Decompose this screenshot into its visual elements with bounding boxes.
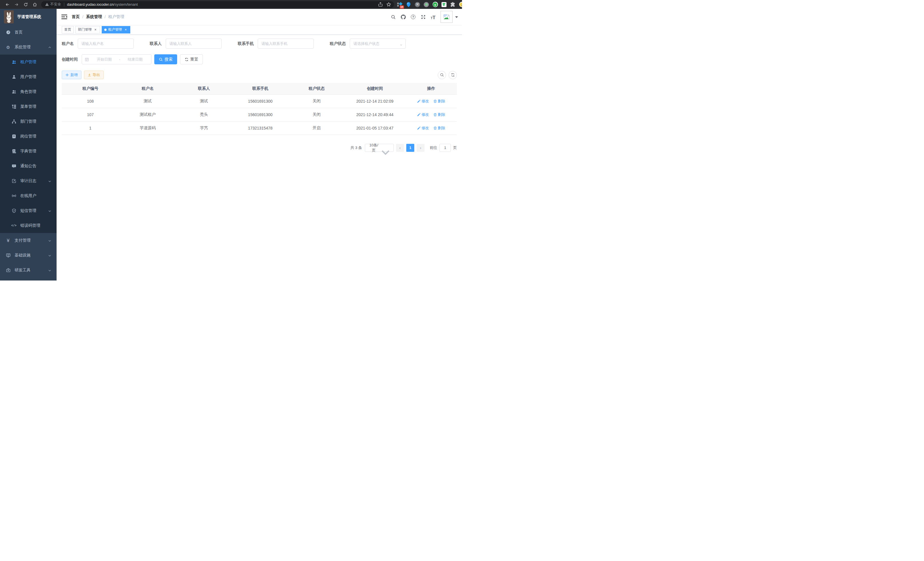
goto-page-input[interactable]	[440, 144, 451, 152]
next-page-button[interactable]: ›	[417, 144, 424, 152]
security-label[interactable]: 不安全	[50, 2, 61, 7]
sidebar-item-user-management[interactable]: 用户管理	[0, 69, 57, 84]
github-icon[interactable]	[400, 14, 406, 20]
page-1-button[interactable]: 1	[406, 144, 414, 152]
tab-dept-management[interactable]: 部门管理 ×	[75, 26, 100, 33]
tab-home[interactable]: 首页	[62, 26, 74, 33]
toolbox-icon	[6, 268, 10, 273]
add-button[interactable]: 新增	[62, 71, 81, 79]
sidebar-item-home[interactable]: 首页	[0, 25, 57, 40]
date-range-picker[interactable]: 开始日期 - 结束日期	[82, 54, 152, 64]
sidebar-item-label: 用户管理	[20, 74, 36, 80]
extension-y-icon[interactable]: y	[432, 2, 438, 8]
create-time-label: 创建时间	[62, 57, 78, 62]
delete-link[interactable]: 删除	[434, 99, 445, 104]
extension-recorder-icon[interactable]	[423, 2, 429, 8]
search-button[interactable]: 搜索	[154, 54, 177, 64]
sidebar-item-sms-management[interactable]: 短信管理	[0, 203, 57, 218]
edit-link[interactable]: 修改	[417, 112, 429, 117]
status-select[interactable]: 请选择租户状态	[350, 39, 406, 49]
create-time-field-group: 创建时间 开始日期 - 结束日期	[62, 54, 152, 64]
status-label: 租户状态	[330, 41, 346, 46]
sidebar-item-label: 短信管理	[20, 208, 36, 213]
browser-forward-icon[interactable]	[14, 2, 19, 7]
extension-balloon-icon[interactable]	[406, 2, 411, 8]
refresh-table-icon[interactable]	[448, 71, 457, 79]
start-date-placeholder[interactable]: 开始日期	[91, 57, 117, 62]
extension-tabs-icon[interactable]: 10	[397, 2, 403, 8]
browser-reload-icon[interactable]	[23, 2, 28, 7]
sidebar-item-payment-management[interactable]: ¥ 支付管理	[0, 233, 57, 248]
page-size-select[interactable]: 10条/页	[365, 144, 394, 152]
logo-area[interactable]: 芋道管理系统	[0, 9, 57, 25]
profile-emoji-icon[interactable]	[459, 2, 462, 8]
sidebar-item-label: 审计日志	[20, 178, 36, 183]
mobile-label: 联系手机	[238, 41, 254, 46]
share-icon[interactable]	[378, 2, 383, 7]
sidebar-collapse-icon[interactable]	[62, 14, 67, 20]
sidebar-item-infrastructure[interactable]: 基础设施	[0, 248, 57, 263]
delete-link[interactable]: 删除	[434, 126, 445, 131]
export-button[interactable]: 导出	[84, 71, 104, 79]
breadcrumb-home[interactable]: 首页	[72, 14, 80, 20]
avatar-caret-icon[interactable]	[455, 16, 458, 20]
header-search-icon[interactable]	[390, 14, 396, 20]
delete-link[interactable]: 删除	[434, 112, 445, 117]
cell-actions: 修改 删除	[405, 94, 457, 108]
col-tenant-name: 租户名	[119, 83, 177, 94]
sidebar-item-system-management[interactable]: ⚙ 系统管理	[0, 40, 57, 55]
prev-page-button[interactable]: ‹	[396, 144, 404, 152]
breadcrumb-section[interactable]: 系统管理	[86, 14, 102, 20]
sidebar-item-tenant-management[interactable]: 租户管理	[0, 55, 57, 69]
url-text[interactable]: dashboard.yudao.iocoder.cn/system/tenant	[67, 2, 138, 7]
help-icon[interactable]: ?	[410, 14, 416, 20]
trash-icon	[434, 126, 437, 130]
close-icon[interactable]: ×	[93, 28, 98, 32]
tab-tenant-management[interactable]: 租户管理 ×	[102, 26, 130, 33]
sidebar-item-dev-tools[interactable]: 研发工具	[0, 263, 57, 278]
reset-button[interactable]: 重置	[180, 54, 203, 64]
browser-back-icon[interactable]	[5, 2, 10, 7]
sidebar-item-label: 字典管理	[20, 149, 36, 154]
font-size-icon[interactable]: TT	[430, 14, 436, 20]
sidebar-item-post-management[interactable]: 岗位管理	[0, 129, 57, 144]
sidebar-item-dept-management[interactable]: 部门管理	[0, 114, 57, 129]
address-bar[interactable]: 不安全 dashboard.yudao.iocoder.cn/system/te…	[41, 1, 394, 8]
active-dot	[104, 29, 106, 31]
sidebar-item-audit-log[interactable]: 审计日志	[0, 174, 57, 188]
contact-input[interactable]	[166, 39, 222, 49]
hide-search-icon[interactable]	[438, 71, 446, 79]
cell-tenant-id: 1	[62, 121, 119, 135]
extension-command-icon[interactable]: ⌘	[415, 2, 420, 8]
edit-link[interactable]: 修改	[417, 99, 429, 104]
extension-chat-icon[interactable]	[441, 2, 447, 8]
avatar[interactable]	[441, 11, 453, 23]
sidebar-item-role-management[interactable]: 角色管理	[0, 84, 57, 99]
mobile-input[interactable]	[258, 39, 314, 49]
edit-link[interactable]: 修改	[417, 126, 429, 131]
refresh-icon	[184, 57, 189, 62]
fullscreen-icon[interactable]	[420, 14, 426, 20]
sidebar-item-error-code-management[interactable]: </> 错误码管理	[0, 218, 57, 233]
download-icon	[88, 73, 91, 77]
end-date-placeholder[interactable]: 结束日期	[122, 57, 148, 62]
breadcrumb: 首页 / 系统管理 / 租户管理	[72, 14, 124, 20]
cell-created: 2021-12-14 20:49:44	[344, 108, 405, 121]
tenant-name-label: 租户名	[62, 41, 74, 46]
close-icon[interactable]: ×	[124, 28, 128, 32]
tenant-name-input[interactable]	[78, 39, 134, 49]
browser-home-icon[interactable]	[32, 2, 38, 7]
breadcrumb-separator: /	[105, 15, 106, 19]
sidebar-item-menu-management[interactable]: 菜单管理	[0, 99, 57, 114]
cell-created: 2021-12-14 21:02:09	[344, 94, 405, 108]
extensions-row: 10 ⌘ y	[397, 2, 462, 8]
org-tree-icon	[11, 119, 16, 124]
contact-field-group: 联系人	[150, 39, 222, 49]
sidebar-item-notice[interactable]: 通知公告	[0, 159, 57, 174]
sidebar-item-dict-management[interactable]: 字典管理	[0, 144, 57, 159]
extensions-puzzle-icon[interactable]	[450, 2, 456, 8]
sidebar-item-online-users[interactable]: 在线用户	[0, 188, 57, 203]
bookmark-star-icon[interactable]	[386, 2, 391, 7]
col-status: 租户状态	[289, 83, 344, 94]
cell-tenant-name: 测试租户	[119, 108, 177, 121]
